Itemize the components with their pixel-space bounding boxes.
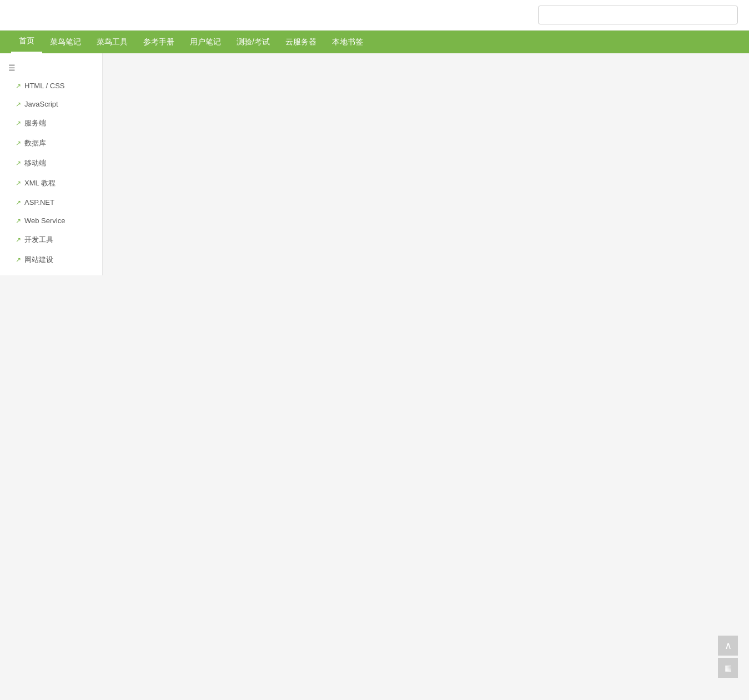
nav-item-2[interactable]: 菜鸟工具 [89,32,135,53]
sidebar-item-5[interactable]: ↗XML 教程 [0,173,102,193]
nav-item-7[interactable]: 本地书签 [324,32,371,53]
link-icon: ↗ [16,159,21,167]
sidebar-item-label: 数据库 [24,138,46,148]
sidebar-item-0[interactable]: ↗HTML / CSS [0,77,102,95]
sidebar-item-9[interactable]: ↗网站建设 [0,250,102,270]
sidebar-item-4[interactable]: ↗移动端 [0,153,102,173]
sidebar-item-8[interactable]: ↗开发工具 [0,230,102,250]
main-content [103,53,749,275]
nav-item-0[interactable]: 首页 [11,31,42,53]
link-icon: ↗ [16,199,21,207]
link-icon: ↗ [16,100,21,108]
sidebar-item-6[interactable]: ↗ASP.NET [0,193,102,211]
nav-item-3[interactable]: 参考手册 [135,32,182,53]
main-layout: ☰ ↗HTML / CSS↗JavaScript↗服务端↗数据库↗移动端↗XML… [0,53,749,275]
sidebar-item-label: ASP.NET [24,198,54,207]
nav-item-5[interactable]: 测验/考试 [229,32,278,53]
list-icon: ☰ [8,63,16,72]
sidebar-item-label: HTML / CSS [24,82,64,90]
link-icon: ↗ [16,179,21,187]
link-icon: ↗ [16,256,21,264]
sidebar-item-label: 服务端 [24,118,46,128]
search-input[interactable] [538,6,738,24]
header [0,0,749,31]
sidebar-item-7[interactable]: ↗Web Service [0,211,102,230]
link-icon: ↗ [16,82,21,90]
sidebar-item-label: XML 教程 [24,178,56,188]
main-nav: 首页菜鸟笔记菜鸟工具参考手册用户笔记测验/考试云服务器本地书签 [0,31,749,53]
nav-item-1[interactable]: 菜鸟笔记 [42,32,89,53]
sidebar-item-label: Web Service [24,216,65,225]
sidebar-item-label: JavaScript [24,100,58,108]
sidebar-item-2[interactable]: ↗服务端 [0,113,102,133]
sidebar-item-1[interactable]: ↗JavaScript [0,95,102,113]
sidebar: ☰ ↗HTML / CSS↗JavaScript↗服务端↗数据库↗移动端↗XML… [0,53,103,275]
sidebar-item-label: 移动端 [24,158,46,168]
link-icon: ↗ [16,217,21,225]
nav-item-4[interactable]: 用户笔记 [182,32,229,53]
sidebar-item-label: 开发工具 [24,235,53,245]
link-icon: ↗ [16,236,21,244]
nav-item-6[interactable]: 云服务器 [278,32,324,53]
sidebar-header: ☰ [0,59,102,77]
link-icon: ↗ [16,119,21,127]
sidebar-item-label: 网站建设 [24,255,53,265]
sidebar-item-3[interactable]: ↗数据库 [0,133,102,153]
link-icon: ↗ [16,139,21,147]
